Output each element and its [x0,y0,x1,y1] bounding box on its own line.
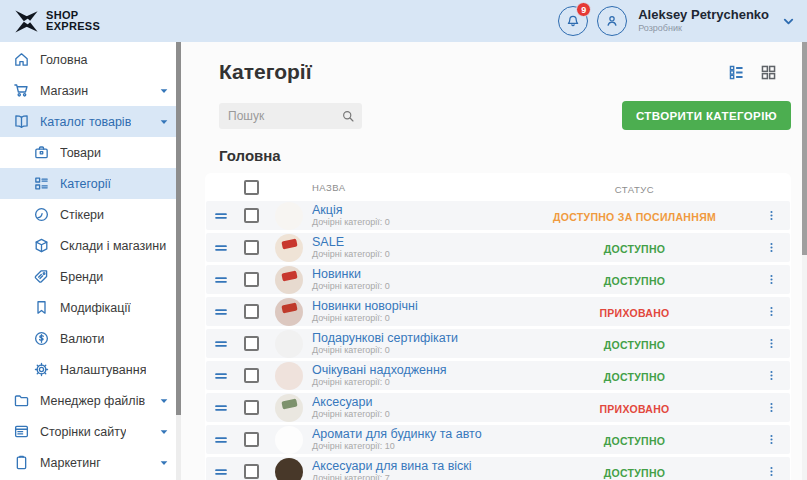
warehouse-icon [33,237,50,254]
drag-handle-icon[interactable] [213,272,229,288]
row-checkbox[interactable] [244,432,259,447]
user-info: Aleksey Petrychenko Розробник [638,8,769,33]
category-name-link[interactable]: Аксесуари [312,396,517,409]
sidebar-item-sticker[interactable]: Стікери [0,199,181,230]
sticker-icon [33,206,50,223]
status-badge: ДОСТУПНО [604,339,666,351]
table-row: Аксесуари для вина та віскі Дочірні кате… [206,457,790,480]
table-row: Подарункові сертифікати Дочірні категорі… [206,329,790,358]
category-image [275,426,303,454]
row-checkbox[interactable] [244,400,259,415]
children-count: Дочірні категорії: 0 [312,217,517,227]
clipboard-icon [13,454,30,471]
list-view-toggle[interactable] [728,64,745,81]
book-icon [13,113,30,130]
category-name-link[interactable]: Акція [312,204,517,217]
row-menu-button[interactable] [764,432,779,447]
children-count: Дочірні категорії: 0 [312,249,517,259]
category-name-link[interactable]: Аромати для будинку та авто [312,428,517,441]
drag-handle-icon[interactable] [213,400,229,416]
user-avatar[interactable] [597,6,627,36]
grid-view-toggle[interactable] [760,64,777,81]
row-checkbox[interactable] [244,464,259,479]
status-badge: ДОСТУПНО [604,275,666,287]
category-name-link[interactable]: Новинки новорічні [312,300,517,313]
sidebar-item-pages[interactable]: Сторінки сайту [0,416,181,447]
categories-table: НАЗВА СТАТУС Акція Дочірні категорії: 0 … [205,173,791,480]
drag-handle-icon[interactable] [213,464,229,480]
row-menu-button[interactable] [764,208,779,223]
children-count: Дочірні категорії: 0 [312,409,517,419]
row-checkbox[interactable] [244,304,259,319]
sidebar-scrollbar[interactable] [176,42,181,480]
category-name-link[interactable]: SALE [312,236,517,249]
page-scrollbar[interactable] [802,42,807,480]
children-count: Дочірні категорії: 0 [312,377,517,387]
table-row: SALE Дочірні категорії: 0 ДОСТУПНО [206,233,790,262]
shop-express-logo: SHOP EXPRESS [14,9,100,34]
category-name-link[interactable]: Аксесуари для вина та віскі [312,460,517,473]
search-box [219,103,362,129]
row-menu-button[interactable] [764,400,779,415]
user-name: Aleksey Petrychenko [638,8,769,23]
column-header-name: НАЗВА [312,182,517,193]
drag-handle-icon[interactable] [213,208,229,224]
row-menu-button[interactable] [764,272,779,287]
drag-handle-icon[interactable] [213,304,229,320]
category-image [275,362,303,390]
category-name-link[interactable]: Новинки [312,268,517,281]
row-menu-button[interactable] [764,240,779,255]
drag-handle-icon[interactable] [213,240,229,256]
sidebar-scrollbar-thumb[interactable] [176,42,181,415]
status-badge: ПРИХОВАНО [599,307,669,319]
row-checkbox[interactable] [244,208,259,223]
status-badge: ДОСТУПНО [604,243,666,255]
row-menu-button[interactable] [764,304,779,319]
status-badge: ДОСТУПНО [604,435,666,447]
children-count: Дочірні категорії: 10 [312,441,517,451]
row-checkbox[interactable] [244,240,259,255]
user-role: Розробник [638,23,769,33]
row-menu-button[interactable] [764,368,779,383]
children-count: Дочірні категорії: 0 [312,313,517,323]
row-checkbox[interactable] [244,336,259,351]
sidebar-item-currency[interactable]: Валюти [0,323,181,354]
drag-handle-icon[interactable] [213,432,229,448]
sidebar-item-gear[interactable]: Налаштування [0,354,181,385]
row-checkbox[interactable] [244,368,259,383]
sidebar-item-book[interactable]: Каталог товарів [0,106,181,137]
sidebar-item-cart[interactable]: Магазин [0,75,181,106]
section-title: Головна [219,147,791,164]
chevron-down-icon [159,86,169,96]
user-menu-chevron-icon[interactable] [782,15,795,28]
sidebar-item-home[interactable]: Головна [0,44,181,75]
table-row: Новинки новорічні Дочірні категорії: 0 П… [206,297,790,326]
drag-handle-icon[interactable] [213,336,229,352]
create-category-button[interactable]: СТВОРИТИ КАТЕГОРІЮ [622,101,791,130]
category-name-link[interactable]: Очікувані надходження [312,364,517,377]
children-count: Дочірні категорії: 7 [312,473,517,480]
sidebar-item-bookmark[interactable]: Модифікації [0,292,181,323]
sidebar-item-categories[interactable]: Категорії [0,168,181,199]
drag-handle-icon[interactable] [213,368,229,384]
sidebar-item-clipboard[interactable]: Маркетинг [0,447,181,478]
sidebar-item-folder[interactable]: Менеджер файлів [0,385,181,416]
chevron-down-icon [159,458,169,468]
page-scrollbar-thumb[interactable] [802,42,807,255]
sidebar-item-warehouse[interactable]: Склади і магазини [0,230,181,261]
category-image [275,234,303,262]
row-menu-button[interactable] [764,336,779,351]
chevron-down-icon [159,117,169,127]
category-name-link[interactable]: Подарункові сертифікати [312,332,517,345]
notifications-button[interactable]: 9 [558,6,588,36]
select-all-checkbox[interactable] [244,180,259,195]
home-icon [13,51,30,68]
row-checkbox[interactable] [244,272,259,287]
package-icon [33,144,50,161]
row-menu-button[interactable] [764,464,779,479]
main-content: Категорії [181,42,807,480]
search-input[interactable] [228,109,341,123]
sidebar-item-brand-tag[interactable]: Бренди [0,261,181,292]
sidebar-item-package[interactable]: Товари [0,137,181,168]
category-image [275,330,303,358]
